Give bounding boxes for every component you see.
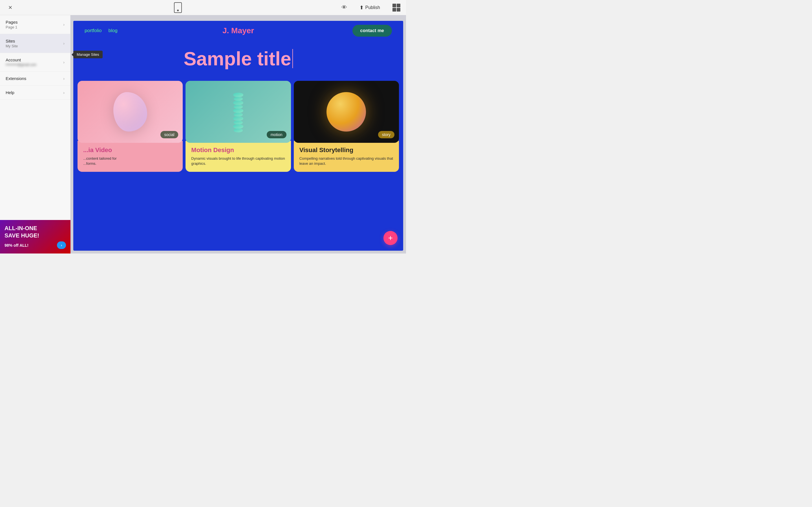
card-social-tag: social — [160, 131, 179, 138]
sidebar-pages-title: Pages — [6, 20, 18, 24]
chevron-right-icon: › — [63, 60, 64, 64]
cards-text-grid: ...ia Video ...content tailored for...fo… — [73, 144, 403, 173]
sidebar-item-pages[interactable]: Pages Page 1 › — [0, 15, 70, 34]
close-button[interactable]: ✕ — [6, 3, 15, 12]
svg-point-2 — [233, 101, 243, 105]
sidebar-item-help-content: Help — [6, 90, 14, 95]
mobile-view-button[interactable] — [174, 2, 182, 13]
sidebar-item-extensions-content: Extensions — [6, 76, 26, 81]
sidebar-help-title: Help — [6, 90, 14, 95]
sidebar-item-extensions[interactable]: Extensions › — [0, 71, 70, 86]
spiral-svg — [224, 89, 252, 134]
main-canvas: portfolio blog J. Mayer contact me Sampl… — [70, 15, 406, 253]
card-motion-tag: motion — [267, 131, 287, 138]
svg-point-1 — [234, 97, 243, 101]
sidebar-sites-title: Sites — [6, 39, 18, 43]
sidebar-ad-title: ALL-IN-ONE — [4, 225, 66, 231]
sidebar-sites-subtitle: My Site — [6, 44, 18, 48]
sidebar-item-pages-content: Pages Page 1 — [6, 20, 18, 29]
card-text-story: Visual Storytelling Compelling narrative… — [294, 141, 399, 172]
sidebar-ad-button[interactable]: › — [57, 241, 66, 249]
manage-sites-tooltip: Manage Sites — [73, 51, 103, 58]
layout-button[interactable] — [393, 4, 400, 11]
orb-visual — [326, 92, 366, 131]
sidebar-account-title: Account — [6, 57, 36, 62]
fab-button[interactable]: + — [384, 231, 398, 245]
sidebar-item-account[interactable]: Account ••••••••••@gmail.com › — [0, 53, 70, 71]
sidebar: Pages Page 1 › Sites My Site › Account •… — [0, 15, 70, 253]
site-logo: J. Mayer — [222, 26, 254, 35]
sidebar-pages-subtitle: Page 1 — [6, 25, 18, 29]
chevron-right-icon: › — [63, 91, 64, 95]
toolbar-center — [174, 2, 182, 13]
toolbar-left: ✕ — [6, 3, 15, 12]
preview-button[interactable]: 👁 — [342, 4, 347, 11]
svg-point-9 — [234, 128, 243, 132]
mobile-icon — [174, 2, 182, 13]
card-text-motion-title: Motion Design — [191, 147, 285, 154]
site-preview: portfolio blog J. Mayer contact me Sampl… — [73, 21, 403, 251]
sidebar-ad: ALL-IN-ONE SAVE HUGE! 98% off ALL! › — [0, 220, 70, 253]
card-text-story-body: Compelling narratives told through capti… — [299, 156, 393, 166]
card-text-social: ...ia Video ...content tailored for...fo… — [78, 141, 183, 172]
chevron-right-icon: › — [63, 41, 64, 46]
svg-point-0 — [233, 93, 243, 97]
site-nav: portfolio blog J. Mayer contact me — [73, 21, 403, 41]
site-nav-blog[interactable]: blog — [108, 28, 117, 34]
card-story: story — [294, 81, 399, 143]
card-social: social — [78, 81, 183, 143]
sidebar-ad-discount: 98% off ALL! — [4, 243, 29, 247]
sidebar-account-email: ••••••••••@gmail.com — [6, 63, 36, 67]
card-story-tag: story — [378, 131, 395, 138]
svg-point-6 — [233, 116, 243, 121]
card-text-motion-body: Dynamic visuals brought to life through … — [191, 156, 285, 166]
chevron-right-icon: › — [63, 76, 64, 81]
publish-button[interactable]: ⬆ Publish — [354, 2, 386, 13]
cards-grid: social — [73, 79, 403, 144]
sidebar-ad-footer: 98% off ALL! › — [4, 241, 66, 249]
sidebar-item-help[interactable]: Help › — [0, 86, 70, 100]
sidebar-ad-subtitle: SAVE HUGE! — [4, 232, 66, 238]
toolbar-right: 👁 ⬆ Publish — [342, 2, 400, 13]
svg-point-7 — [234, 121, 243, 124]
card-text-motion: Motion Design Dynamic visuals brought to… — [186, 141, 291, 172]
site-hero-title: Sample title — [184, 49, 293, 68]
card-text-social-body: ...content tailored for...forms. — [83, 156, 177, 166]
site-nav-links: portfolio blog — [85, 28, 117, 34]
layout-icon — [393, 4, 400, 11]
sidebar-item-sites[interactable]: Sites My Site › — [0, 34, 70, 53]
card-text-story-title: Visual Storytelling — [299, 147, 393, 154]
card-text-social-title: ...ia Video — [83, 147, 177, 154]
glass-blob — [113, 92, 147, 131]
sidebar-extensions-title: Extensions — [6, 76, 26, 81]
upload-icon: ⬆ — [359, 4, 364, 11]
svg-point-8 — [233, 124, 243, 129]
chevron-right-icon: › — [63, 22, 64, 27]
site-contact-button[interactable]: contact me — [352, 25, 392, 37]
sidebar-ad-btn-icon: › — [61, 243, 62, 247]
site-hero: Sample title — [73, 41, 403, 76]
svg-point-3 — [234, 105, 243, 109]
publish-label: Publish — [365, 5, 380, 10]
toolbar: ✕ 👁 ⬆ Publish — [0, 0, 406, 15]
sidebar-item-sites-content: Sites My Site — [6, 39, 18, 48]
svg-point-4 — [233, 108, 243, 113]
sidebar-item-account-content: Account ••••••••••@gmail.com — [6, 57, 36, 67]
card-motion: motion — [186, 81, 291, 143]
svg-point-5 — [234, 113, 243, 117]
site-nav-portfolio[interactable]: portfolio — [85, 28, 101, 34]
